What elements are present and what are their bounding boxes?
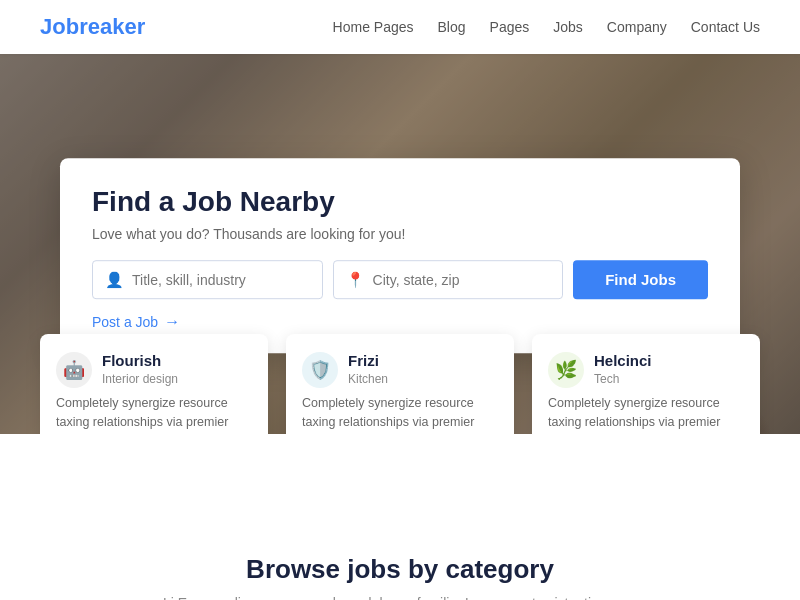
hero-section: Find a Job Nearby Love what you do? Thou…: [0, 54, 800, 434]
job-desc-0: Completely synergize resource taxing rel…: [56, 394, 252, 434]
logo-text: reaker: [79, 14, 145, 39]
browse-section: Browse jobs by category Li Europan lingu…: [0, 514, 800, 600]
browse-subtitle: Li Europan lingues es membres del sam fa…: [150, 595, 650, 600]
company-category-0: Interior design: [102, 372, 178, 386]
find-jobs-button[interactable]: Find Jobs: [573, 260, 708, 299]
logo-accent: Job: [40, 14, 79, 39]
company-info-0: Flourish Interior design: [102, 352, 178, 387]
search-card: Find a Job Nearby Love what you do? Thou…: [60, 158, 740, 353]
nav-links: Home Pages Blog Pages Jobs Company Conta…: [333, 18, 760, 36]
nav-home[interactable]: Home Pages: [333, 19, 414, 35]
nav-jobs[interactable]: Jobs: [553, 19, 583, 35]
search-row: 👤 📍 Find Jobs: [92, 260, 708, 299]
arrow-icon: →: [164, 313, 180, 331]
nav-blog[interactable]: Blog: [438, 19, 466, 35]
post-job-text: Post a Job: [92, 314, 158, 330]
company-name-1: Frizi: [348, 352, 388, 369]
location-icon: 📍: [346, 271, 365, 289]
company-logo-1: 🛡️: [302, 352, 338, 388]
navbar: Jobreaker Home Pages Blog Pages Jobs Com…: [0, 0, 800, 54]
cards-spacer: [0, 434, 800, 514]
job-card-header-0: 🤖 Flourish Interior design: [56, 352, 252, 388]
job-desc-1: Completely synergize resource taxing rel…: [302, 394, 498, 434]
job-cards-section: 🤖 Flourish Interior design Completely sy…: [40, 334, 760, 434]
job-card-1[interactable]: 🛡️ Frizi Kitchen Completely synergize re…: [286, 334, 514, 434]
company-logo-0: 🤖: [56, 352, 92, 388]
company-name-2: Helcinci: [594, 352, 652, 369]
company-info-2: Helcinci Tech: [594, 352, 652, 387]
company-category-2: Tech: [594, 372, 619, 386]
job-card-header-1: 🛡️ Frizi Kitchen: [302, 352, 498, 388]
company-info-1: Frizi Kitchen: [348, 352, 388, 387]
person-icon: 👤: [105, 271, 124, 289]
company-name-0: Flourish: [102, 352, 178, 369]
location-search-input[interactable]: [373, 262, 551, 298]
title-search-wrap: 👤: [92, 260, 323, 299]
hero-title: Find a Job Nearby: [92, 186, 708, 218]
title-search-input[interactable]: [132, 262, 310, 298]
job-card-header-2: 🌿 Helcinci Tech: [548, 352, 744, 388]
company-logo-2: 🌿: [548, 352, 584, 388]
nav-contact[interactable]: Contact Us: [691, 19, 760, 35]
nav-company[interactable]: Company: [607, 19, 667, 35]
job-card-2[interactable]: 🌿 Helcinci Tech Completely synergize res…: [532, 334, 760, 434]
job-card-0[interactable]: 🤖 Flourish Interior design Completely sy…: [40, 334, 268, 434]
logo[interactable]: Jobreaker: [40, 14, 145, 40]
job-desc-2: Completely synergize resource taxing rel…: [548, 394, 744, 434]
nav-pages[interactable]: Pages: [490, 19, 530, 35]
hero-subtitle: Love what you do? Thousands are looking …: [92, 226, 708, 242]
company-category-1: Kitchen: [348, 372, 388, 386]
post-job-link[interactable]: Post a Job →: [92, 313, 180, 331]
location-search-wrap: 📍: [333, 260, 564, 299]
browse-title: Browse jobs by category: [40, 554, 760, 585]
